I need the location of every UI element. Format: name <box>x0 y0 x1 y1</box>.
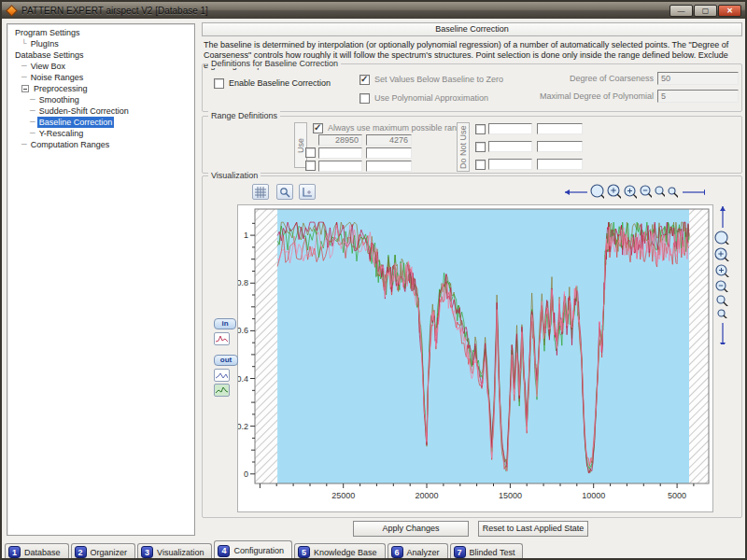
reset-button[interactable]: Reset to Last Applied State <box>478 521 588 537</box>
tree-item-smoothing[interactable]: ─Smoothing <box>9 94 192 105</box>
ranges-legend: Range Definitions <box>208 111 280 120</box>
configuration-panel: Baseline Correction The baseline is dete… <box>200 22 744 539</box>
use-row3-from-input[interactable] <box>318 161 362 172</box>
dnu-row3-checkbox[interactable] <box>475 160 486 170</box>
use-row3-to-input[interactable] <box>366 161 412 172</box>
tree-item-view-box[interactable]: ─View Box <box>9 61 192 72</box>
x-axis-ticks <box>260 483 694 488</box>
zoom-preview-icon[interactable] <box>276 184 293 200</box>
dnu-row1-checkbox[interactable] <box>475 124 486 134</box>
zoom-in-icon-v[interactable] <box>714 247 731 261</box>
title-bar: PATTERN EXPERT airspect V2 [Database 1] … <box>2 2 745 19</box>
tab-knowledge-base[interactable]: 5Knowledge Base <box>294 543 386 560</box>
collapse-icon[interactable] <box>21 85 29 92</box>
coarseness-input[interactable] <box>657 72 739 85</box>
use-range-from-input[interactable] <box>318 134 362 146</box>
use-row2-checkbox[interactable] <box>305 147 316 158</box>
dnu-row1-to-input[interactable] <box>537 123 583 134</box>
pan-down-arrow[interactable] <box>718 321 727 344</box>
dnu-row3-to-input[interactable] <box>537 159 583 170</box>
module-tab-bar: 1Database2Organizer3Visualization4Config… <box>4 540 745 560</box>
zoom-out-icon[interactable] <box>640 185 652 200</box>
max-polynomial-input[interactable] <box>657 90 739 103</box>
enable-baseline-label: Enable Baseline Correction <box>229 78 331 89</box>
pan-left-arrow[interactable] <box>563 188 587 197</box>
zoom-icon-smaller[interactable] <box>668 187 678 199</box>
dnu-row2-from-input[interactable] <box>488 141 532 152</box>
zoom-in-icon[interactable] <box>607 184 621 201</box>
y-axis-ticks <box>250 223 255 474</box>
dnu-row2-checkbox[interactable] <box>475 142 486 152</box>
tree-branch-glyph: ─ <box>21 139 27 150</box>
settings-tree: Program Settings└PlugInsDatabase Setting… <box>7 23 195 536</box>
use-row3-checkbox[interactable] <box>305 161 316 171</box>
maximize-button[interactable]: ▢ <box>694 5 717 17</box>
zoom-icon-smaller-v[interactable] <box>717 309 729 319</box>
tab-organizer[interactable]: 2Organizer <box>71 543 136 560</box>
app-icon <box>6 5 18 17</box>
vertical-zoom-toolbar <box>714 204 731 344</box>
dnu-row1-from-input[interactable] <box>488 123 532 134</box>
tree-item-database-settings[interactable]: Database Settings <box>9 49 192 61</box>
tree-item-baseline-correction[interactable]: ─Baseline Correction <box>9 117 192 128</box>
spectrum-thumb-icon-2[interactable] <box>214 369 230 382</box>
zero-below-baseline-checkbox[interactable] <box>359 75 370 85</box>
tab-configuration[interactable]: 4Configuration <box>214 540 292 560</box>
always-max-range-checkbox[interactable] <box>313 123 323 133</box>
spectrum-plot[interactable]: 25000200001500010000500000.20.40.60.81 <box>238 205 712 511</box>
application-window: PATTERN EXPERT airspect V2 [Database 1] … <box>0 0 747 560</box>
tab-analyzer[interactable]: 6Analyzer <box>388 543 448 560</box>
pan-right-arrow[interactable] <box>681 188 705 197</box>
close-button[interactable]: ✕ <box>718 5 741 17</box>
svg-text:5000: 5000 <box>668 491 686 500</box>
use-row2-to-input[interactable] <box>366 147 412 159</box>
tree-branch-glyph: ─ <box>21 61 27 72</box>
dnu-row3-from-input[interactable] <box>488 159 532 170</box>
apply-changes-button[interactable]: Apply Changes <box>353 521 469 537</box>
polynomial-approx-checkbox[interactable] <box>359 93 370 104</box>
tree-item-computation-ranges[interactable]: ─Computation Ranges <box>9 139 192 150</box>
tree-branch-glyph: ─ <box>30 94 35 105</box>
zoom-icon-large-v[interactable] <box>714 231 732 245</box>
axes-fit-icon[interactable] <box>299 184 316 200</box>
horizontal-zoom-toolbar <box>563 184 705 201</box>
tree-item-sudden-shift-correction[interactable]: ─Sudden-Shift Correction <box>9 105 192 117</box>
tree-item-preprocessing[interactable]: Preprocessing <box>9 83 192 94</box>
visualization-legend: Visualization <box>208 171 261 180</box>
tree-elbow-glyph: └ <box>21 38 27 49</box>
enable-baseline-checkbox[interactable] <box>214 78 224 89</box>
do-not-use-vertical-label: Do Not Use <box>457 122 470 172</box>
zoom-out-preset-button[interactable]: out <box>214 355 238 366</box>
zoom-icon-large[interactable] <box>590 184 604 202</box>
spectrum-chart[interactable]: 25000200001500010000500000.20.40.60.81 <box>237 204 713 512</box>
ranges-groupbox: Range Definitions Use Always use maximum… <box>202 116 742 174</box>
tab-number-badge: 4 <box>218 545 230 557</box>
zoom-in-small-icon[interactable] <box>624 185 637 201</box>
svg-text:25000: 25000 <box>331 491 355 500</box>
grid-icon[interactable] <box>252 184 269 200</box>
pan-up-arrow[interactable] <box>718 204 727 228</box>
tree-item-y-rescaling[interactable]: ─Y-Rescaling <box>9 128 192 139</box>
zoom-in-small-icon-v[interactable] <box>715 264 731 277</box>
tree-item-program-settings[interactable]: Program Settings <box>9 27 192 38</box>
spectrum-thumb-icon-1[interactable] <box>214 332 230 345</box>
spectrum-thumb-icon-3[interactable] <box>214 384 230 397</box>
zoom-in-preset-button[interactable]: in <box>214 318 236 329</box>
always-max-range-label: Always use maximum possible range <box>328 123 466 133</box>
zoom-icon-small-v[interactable] <box>716 295 729 306</box>
tree-item-noise-ranges[interactable]: ─Noise Ranges <box>9 72 192 83</box>
tab-database[interactable]: 1Database <box>5 543 69 560</box>
tab-blinded-test[interactable]: 7Blinded Test <box>450 543 524 560</box>
use-row2-from-input[interactable] <box>318 147 362 159</box>
use-range-to-input[interactable] <box>366 134 412 146</box>
svg-text:0: 0 <box>244 469 248 479</box>
svg-text:0.6: 0.6 <box>238 326 248 335</box>
minimize-button[interactable]: — <box>669 5 693 17</box>
tree-item-plugins[interactable]: └PlugIns <box>9 38 192 49</box>
svg-text:15000: 15000 <box>499 491 522 500</box>
zoom-out-icon-v[interactable] <box>715 280 730 292</box>
zoom-icon-small[interactable] <box>655 186 665 199</box>
tab-visualization[interactable]: 3Visualization <box>137 543 212 560</box>
dnu-row2-to-input[interactable] <box>537 141 583 152</box>
max-polynomial-label: Maximal Degree of Polynomial <box>483 90 654 103</box>
